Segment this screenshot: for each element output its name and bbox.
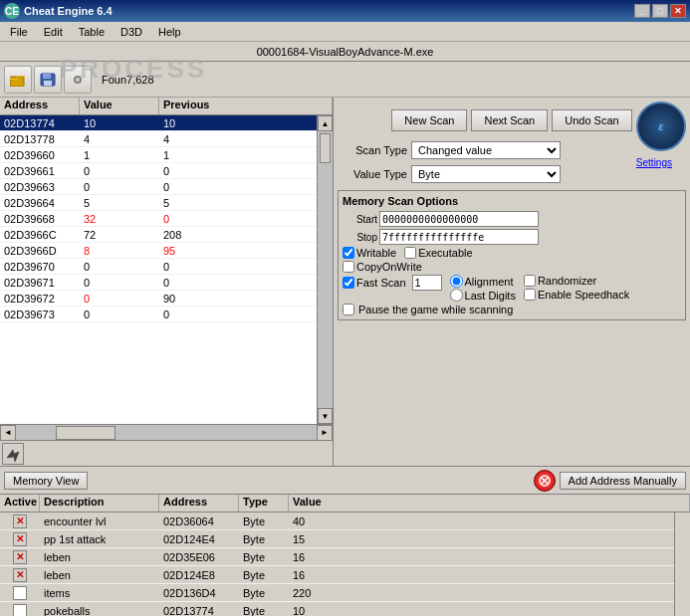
scan-table-body[interactable]: 02D13774101002D137784402D396601102D39661… <box>0 115 317 424</box>
col-header-address: Address <box>0 98 80 114</box>
writable-checkbox-label[interactable]: Writable <box>343 247 396 259</box>
last-digits-radio[interactable] <box>450 289 463 302</box>
active-checkbox[interactable]: ✕ <box>13 550 27 564</box>
address-table-scrollbar[interactable] <box>674 513 690 616</box>
maximize-button[interactable]: □ <box>652 4 668 18</box>
menu-file[interactable]: File <box>2 24 36 40</box>
speedhack-checkbox[interactable] <box>524 289 536 301</box>
window-title: 00001684-VisualBoyAdvance-M.exe <box>257 46 434 58</box>
list-item[interactable]: pokeballs02D13774Byte10 <box>0 602 674 616</box>
addr-cell-active[interactable] <box>0 586 40 600</box>
scan-row[interactable]: 02D39672090 <box>0 291 317 307</box>
list-item[interactable]: ✕encounter lvl02D36064Byte40 <box>0 513 674 530</box>
value-type-select[interactable]: Byte <box>411 165 561 183</box>
scan-row[interactable]: 02D3966D895 <box>0 243 317 259</box>
scan-row[interactable]: 02D1377844 <box>0 131 317 147</box>
scan-cell-value: 10 <box>80 117 159 129</box>
save-button[interactable] <box>34 66 62 94</box>
scroll-down-button[interactable]: ▼ <box>318 408 333 424</box>
copy-on-write-label[interactable]: CopyOnWrite <box>343 261 681 273</box>
addr-cell-active[interactable]: ✕ <box>0 550 40 564</box>
scan-row[interactable]: 02D3967100 <box>0 275 317 291</box>
scan-row[interactable]: 02D3967300 <box>0 307 317 322</box>
horizontal-scrollbar[interactable]: ◄ ► <box>0 424 333 440</box>
executable-label: Executable <box>418 247 472 259</box>
alignment-radio[interactable] <box>450 275 463 288</box>
randomizer-label[interactable]: Randomizer <box>524 275 629 287</box>
stop-input[interactable] <box>379 229 539 245</box>
red-cancel-button[interactable] <box>534 470 556 492</box>
new-scan-button[interactable]: New Scan <box>391 109 467 131</box>
randomizer-checkbox[interactable] <box>524 275 536 287</box>
writable-checkbox[interactable] <box>343 247 354 259</box>
menu-table[interactable]: Table <box>71 24 113 40</box>
scroll-up-button[interactable]: ▲ <box>318 115 333 131</box>
scroll-track[interactable] <box>318 131 333 408</box>
memory-scan-options-title: Memory Scan Options <box>343 195 681 207</box>
start-input[interactable] <box>379 211 539 227</box>
scan-row[interactable]: 02D3966C72208 <box>0 227 317 243</box>
close-button[interactable]: ✕ <box>670 4 686 18</box>
addr-cell-type: Byte <box>239 551 289 563</box>
list-item[interactable]: ✕leben02D35E06Byte16 <box>0 548 674 566</box>
address-table-body[interactable]: ✕encounter lvl02D36064Byte40✕pp 1st atta… <box>0 513 674 616</box>
alignment-radio-label[interactable]: Alignment <box>450 275 516 288</box>
menu-edit[interactable]: Edit <box>36 24 71 40</box>
active-checkbox[interactable] <box>13 586 27 600</box>
active-checkbox[interactable] <box>13 604 27 617</box>
scroll-track-horiz[interactable] <box>16 425 317 440</box>
list-item[interactable]: ✕pp 1st attack02D124E4Byte15 <box>0 530 674 548</box>
scroll-thumb-horiz[interactable] <box>56 426 115 440</box>
copy-on-write-checkbox[interactable] <box>343 261 354 273</box>
scroll-right-button[interactable]: ► <box>317 425 333 441</box>
addr-cell-value: 220 <box>289 587 674 599</box>
add-address-button[interactable]: Add Address Manually <box>560 472 686 490</box>
speedhack-label[interactable]: Enable Speedhack <box>524 289 629 301</box>
fast-scan-text: Fast Scan <box>356 277 406 289</box>
addr-cell-active[interactable] <box>0 604 40 617</box>
main-area: Address Value Previous 02D13774101002D13… <box>0 98 690 466</box>
settings-link[interactable]: Settings <box>636 157 672 168</box>
active-checkbox[interactable]: ✕ <box>13 568 27 582</box>
scroll-thumb[interactable] <box>320 133 331 163</box>
memory-view-button[interactable]: Memory View <box>4 472 88 490</box>
last-digits-radio-label[interactable]: Last Digits <box>450 289 516 302</box>
fast-scan-label[interactable]: Fast Scan <box>343 277 406 289</box>
scan-type-select[interactable]: Changed value <box>411 141 561 159</box>
undo-scan-button[interactable]: Undo Scan <box>552 109 631 131</box>
scan-cell-value: 5 <box>80 197 159 209</box>
scan-row[interactable]: 02D3966100 <box>0 163 317 179</box>
addr-cell-active[interactable]: ✕ <box>0 532 40 546</box>
scan-cell-value: 8 <box>80 245 159 257</box>
menu-d3d[interactable]: D3D <box>113 24 150 40</box>
scan-row[interactable]: 02D3966300 <box>0 179 317 195</box>
scroll-left-button[interactable]: ◄ <box>0 425 16 441</box>
next-scan-button[interactable]: Next Scan <box>471 109 548 131</box>
menu-help[interactable]: Help <box>150 24 189 40</box>
scan-row[interactable]: 02D3967000 <box>0 259 317 275</box>
scan-cell-address: 02D39672 <box>0 293 80 305</box>
fast-scan-input[interactable] <box>412 275 442 291</box>
executable-checkbox[interactable] <box>404 247 416 259</box>
addr-cell-active[interactable]: ✕ <box>0 514 40 528</box>
scan-row[interactable]: 02D3966011 <box>0 147 317 163</box>
active-checkbox[interactable]: ✕ <box>13 532 27 546</box>
scan-row[interactable]: 02D3966455 <box>0 195 317 211</box>
scan-row[interactable]: 02D39668320 <box>0 211 317 227</box>
executable-checkbox-label[interactable]: Executable <box>404 247 472 259</box>
list-item[interactable]: items02D136D4Byte220 <box>0 584 674 602</box>
scan-cell-value: 32 <box>80 213 159 225</box>
minimize-button[interactable]: _ <box>634 4 650 18</box>
scan-arrow-button[interactable] <box>2 443 24 465</box>
titlebar-controls[interactable]: _ □ ✕ <box>634 4 686 18</box>
col-desc: Description <box>40 495 159 512</box>
pause-checkbox[interactable] <box>343 304 354 315</box>
scan-scrollbar[interactable]: ▲ ▼ <box>317 115 333 424</box>
scan-cell-address: 02D13774 <box>0 117 80 129</box>
scan-row[interactable]: 02D137741010 <box>0 115 317 131</box>
open-button[interactable] <box>4 66 32 94</box>
list-item[interactable]: ✕leben02D124E8Byte16 <box>0 566 674 584</box>
fast-scan-checkbox[interactable] <box>343 277 354 289</box>
addr-cell-active[interactable]: ✕ <box>0 568 40 582</box>
active-checkbox[interactable]: ✕ <box>13 514 27 528</box>
